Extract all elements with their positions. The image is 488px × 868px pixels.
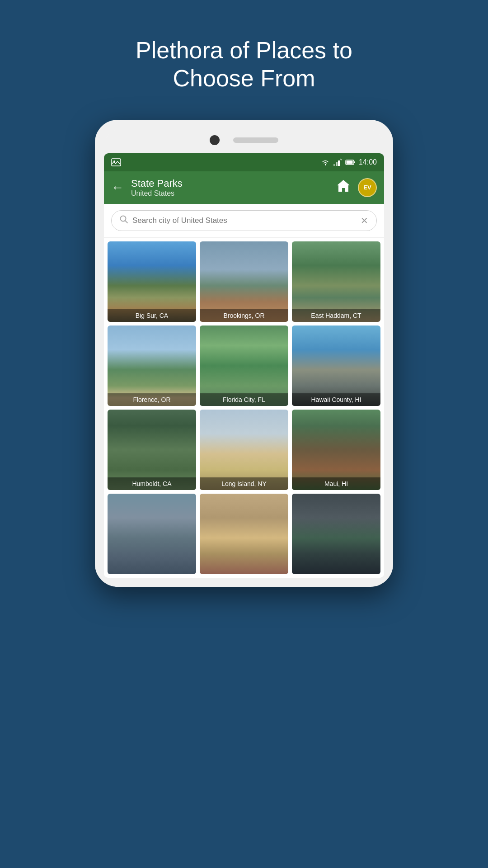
app-bar-title: State Parks United States (131, 178, 183, 198)
city-card[interactable] (200, 494, 288, 574)
svg-marker-3 (336, 162, 338, 166)
status-right: 14:00 (321, 158, 377, 166)
city-card[interactable]: Brookings, OR (200, 241, 288, 322)
city-card[interactable]: Maui, HI (292, 410, 380, 490)
city-card[interactable]: Florence, OR (108, 326, 196, 406)
svg-rect-8 (346, 160, 352, 164)
signal-icon (333, 159, 342, 166)
status-bar: 14:00 (104, 153, 384, 171)
home-svg (336, 179, 351, 193)
search-container: ✕ (104, 204, 384, 238)
phone-camera (210, 135, 220, 145)
svg-marker-2 (333, 164, 335, 166)
search-svg (120, 215, 128, 223)
phone-top-notch (104, 129, 384, 153)
search-bar[interactable]: ✕ (111, 210, 377, 231)
status-left (111, 158, 121, 166)
app-bar: ← State Parks United States EV (104, 171, 384, 204)
home-icon[interactable] (336, 179, 351, 196)
city-card[interactable]: Humboldt, CA (108, 410, 196, 490)
city-label: Humboldt, CA (108, 477, 196, 490)
city-label: Brookings, OR (200, 309, 288, 322)
ev-badge[interactable]: EV (358, 178, 377, 197)
svg-line-5 (340, 159, 342, 160)
city-card[interactable] (292, 494, 380, 574)
city-label: Long Island, NY (200, 477, 288, 490)
search-icon (120, 215, 128, 226)
city-image (292, 494, 380, 574)
status-time: 14:00 (359, 158, 377, 166)
city-label: Maui, HI (292, 477, 380, 490)
city-label: East Haddam, CT (292, 309, 380, 322)
media-icon (111, 158, 121, 166)
city-image (108, 494, 196, 574)
city-card[interactable]: East Haddam, CT (292, 241, 380, 322)
city-label: Hawaii County, HI (292, 393, 380, 406)
city-card[interactable]: Florida City, FL (200, 326, 288, 406)
back-button[interactable]: ← (111, 180, 124, 195)
svg-marker-4 (338, 160, 340, 166)
phone-frame: 14:00 ← State Parks United States (95, 120, 393, 587)
app-bar-left: ← State Parks United States (111, 178, 183, 198)
svg-line-10 (125, 221, 127, 223)
page-title: Plethora of Places to Choose From (99, 36, 389, 93)
city-card[interactable]: Big Sur, CA (108, 241, 196, 322)
battery-icon (345, 159, 355, 165)
wifi-icon (321, 159, 330, 166)
city-label: Big Sur, CA (108, 309, 196, 322)
clear-search-icon[interactable]: ✕ (361, 215, 368, 226)
city-grid: Big Sur, CABrookings, OREast Haddam, CTF… (104, 238, 384, 578)
app-title: State Parks (131, 178, 183, 189)
app-subtitle: United States (131, 189, 183, 198)
city-image (200, 494, 288, 574)
app-bar-right: EV (336, 178, 377, 197)
svg-rect-7 (354, 161, 355, 163)
city-card[interactable]: Long Island, NY (200, 410, 288, 490)
phone-speaker (233, 137, 278, 143)
city-card[interactable]: Hawaii County, HI (292, 326, 380, 406)
search-input[interactable] (132, 216, 361, 225)
city-label: Florida City, FL (200, 393, 288, 406)
phone-screen: 14:00 ← State Parks United States (104, 153, 384, 578)
city-card[interactable] (108, 494, 196, 574)
city-label: Florence, OR (108, 393, 196, 406)
